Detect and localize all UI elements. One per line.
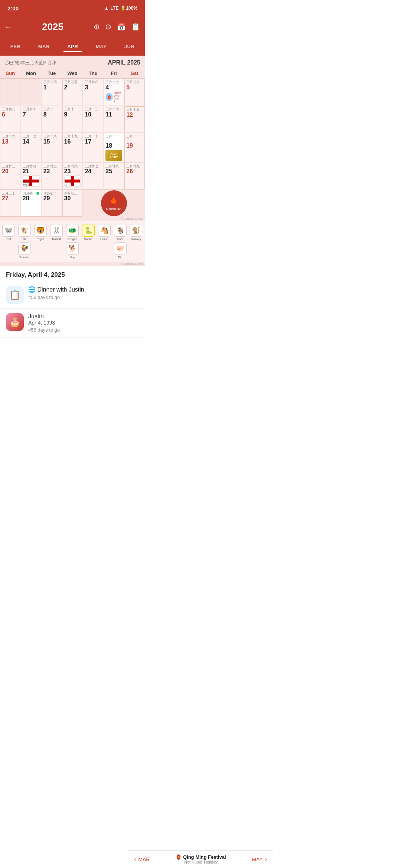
good-friday-badge: GoodFriday bbox=[105, 150, 122, 161]
calendar-day-8[interactable]: 三月十一 8 bbox=[42, 106, 62, 132]
zoom-out-icon[interactable]: ⊖ bbox=[105, 22, 111, 31]
calendar-day-2[interactable]: 三月初五 2 bbox=[62, 79, 83, 105]
event-dinner-info: 🌐 Dinner with Justin 456 days to go bbox=[28, 286, 139, 300]
calendar-day-16[interactable]: 三月十九 16 bbox=[62, 133, 83, 162]
calendar-day-9[interactable]: 三月十二 9 bbox=[62, 106, 83, 132]
month-tabs: FEB MAR APR MAY JUN bbox=[0, 37, 145, 56]
event-dinner-title: 🌐 Dinner with Justin bbox=[28, 286, 139, 293]
event-dinner-days: 456 days to go bbox=[28, 295, 139, 300]
zodiac-ox[interactable]: 🐮 Ox bbox=[17, 224, 32, 241]
event-birthday-icon: 🎂 bbox=[6, 313, 24, 331]
year-title: 2025 bbox=[42, 21, 63, 33]
event-birthday-days: 456 days to go bbox=[28, 327, 139, 333]
calendar-day-3[interactable]: 三月初六 3 bbox=[83, 79, 103, 105]
st-george-badge-21: StGeorge'sDay (Pr... bbox=[23, 175, 39, 187]
calendar-day-21[interactable]: 三月廿四 21 StGeorge'sDay (Pr... bbox=[21, 163, 41, 190]
event-birthday-title: Justin bbox=[28, 313, 139, 320]
tab-jun[interactable]: JUN bbox=[121, 41, 138, 52]
day-header-fri: Fri bbox=[104, 68, 124, 78]
zodiac-watermark: © Calendar2U.com bbox=[0, 262, 145, 266]
calendar-day-10[interactable]: 三月十三 10 bbox=[83, 106, 103, 132]
zodiac-rabbit[interactable]: 🐰 Rabbit bbox=[49, 224, 63, 241]
calendar-day-15[interactable]: 三月十八 15 bbox=[42, 133, 62, 162]
zodiac-tiger[interactable]: 🐯 Tiger bbox=[33, 224, 48, 241]
tab-may[interactable]: MAY bbox=[92, 41, 110, 52]
events-section: Friday, April 4, 2025 📋 🌐 Dinner with Ju… bbox=[0, 266, 145, 338]
day-header-wed: Wed bbox=[62, 68, 83, 78]
calendar-day-29[interactable]: 四月初二 29 bbox=[42, 190, 62, 217]
calendar-day-19[interactable]: 三月二十二 19 bbox=[124, 133, 145, 162]
calendar-day-23[interactable]: 三月廿六 23 StGeorge'sD... bbox=[62, 163, 83, 190]
tab-feb[interactable]: FEB bbox=[7, 41, 25, 52]
zodiac-rooster[interactable]: 🐓 Rooster bbox=[17, 242, 32, 259]
calendar-day-1[interactable]: 三月初四 1 bbox=[42, 79, 62, 105]
event-dinner-icon: 📋 bbox=[6, 286, 24, 304]
canada-label: CANADA bbox=[106, 207, 122, 211]
empty-cell bbox=[21, 79, 41, 105]
calendar-day-24[interactable]: 三月廿七 24 bbox=[83, 163, 103, 190]
day-header-sat: Sat bbox=[124, 68, 145, 78]
calendar-day-20[interactable]: 三月廿三 20 bbox=[0, 163, 20, 190]
wifi-icon: ▲ bbox=[104, 6, 109, 11]
app-header: ← 2025 ⊕ ⊖ 📅 📋 bbox=[0, 16, 145, 37]
canada-badge: 🍁 CANADA bbox=[101, 190, 127, 216]
signal-icon: LTE bbox=[111, 6, 119, 11]
zodiac-monkey[interactable]: 🐒 Monkey bbox=[129, 224, 143, 241]
tab-mar[interactable]: MAR bbox=[35, 41, 53, 52]
calendar-day-30[interactable]: 四月初三 30 bbox=[62, 190, 83, 217]
calendar-day-13[interactable]: 三月十六 13 bbox=[0, 133, 20, 162]
canada-badge-cell: 🍁 CANADA bbox=[83, 190, 145, 217]
calendar-day-4[interactable]: 三月初七 4 🏮 清明节QingMing F... bbox=[104, 79, 124, 105]
tab-apr[interactable]: APR bbox=[63, 41, 82, 52]
calendar-day-17[interactable]: 三月二十 17 bbox=[83, 133, 103, 162]
calendar-day-25[interactable]: 三月廿八 25 bbox=[104, 163, 124, 190]
status-bar: 2:00 ▲ LTE 🔋100% bbox=[0, 0, 145, 16]
zodiac-snake[interactable]: 🐍 Snake bbox=[81, 224, 95, 241]
status-icons: ▲ LTE 🔋100% bbox=[104, 6, 137, 11]
zodiac-dragon[interactable]: 🐲 Dragon bbox=[65, 224, 79, 241]
back-button[interactable]: ← bbox=[4, 23, 12, 31]
day-header-mon: Mon bbox=[21, 68, 42, 78]
calendar-day-26[interactable]: 三月廿九 26 bbox=[124, 163, 145, 190]
event-dinner[interactable]: 📋 🌐 Dinner with Justin 456 days to go bbox=[0, 282, 145, 309]
calendar-day-14[interactable]: 三月十七 14 bbox=[21, 133, 41, 162]
battery-icon: 🔋100% bbox=[120, 6, 137, 11]
calendar-day-12[interactable]: 三月十五 12 bbox=[124, 106, 145, 132]
calendar-view-icon[interactable]: 📅 bbox=[117, 22, 126, 31]
today-dot bbox=[36, 192, 39, 195]
calendar-day-6[interactable]: 三月初九 6 bbox=[0, 106, 20, 132]
calendar-section: 乙巳(蛇)年三月大至四月小 APRIL 2025 Sun Mon Tue Wed… bbox=[0, 56, 145, 266]
calendar-day-22[interactable]: 三月廿五 22 bbox=[42, 163, 62, 190]
st-george-badge-23: StGeorge'sD... bbox=[64, 175, 81, 187]
calendar-header: 乙巳(蛇)年三月大至四月小 APRIL 2025 bbox=[0, 56, 145, 68]
zodiac-row: 🐭 Rat 🐮 Ox 🐯 Tiger 🐰 Rabbit 🐲 Dragon 🐍 S… bbox=[0, 221, 145, 262]
empty-cell bbox=[0, 79, 20, 105]
zodiac-goat[interactable]: 🐐 Goat bbox=[113, 224, 127, 241]
event-birthday-info: Justin Apr 4, 1993 456 days to go bbox=[28, 313, 139, 333]
notes-icon[interactable]: 📋 bbox=[131, 22, 140, 31]
day-header-thu: Thu bbox=[83, 68, 104, 78]
status-time: 2:00 bbox=[7, 5, 19, 11]
watermark: © Calendar2U.com bbox=[0, 217, 145, 221]
calendar-day-7[interactable]: 三月初十 7 bbox=[21, 106, 41, 132]
calendar-day-11[interactable]: 三月十四 11 bbox=[104, 106, 124, 132]
day-header-sun: Sun bbox=[0, 68, 21, 78]
day-headers: Sun Mon Tue Wed Thu Fri Sat bbox=[0, 68, 145, 79]
zodiac-rat[interactable]: 🐭 Rat bbox=[1, 224, 16, 241]
calendar-day-5[interactable]: 三月初八 5 bbox=[124, 79, 145, 105]
zodiac-dog[interactable]: 🐕 Dog bbox=[65, 242, 79, 259]
qingming-icon: 🏮 bbox=[105, 93, 113, 101]
calendar-day-27[interactable]: 三月三十 27 bbox=[0, 190, 20, 217]
zodiac-horse[interactable]: 🐴 Horse bbox=[97, 224, 111, 241]
zoom-in-icon[interactable]: ⊕ bbox=[94, 22, 100, 31]
events-date-header: Friday, April 4, 2025 bbox=[0, 266, 145, 282]
event-birthday-subtitle: Apr 4, 1993 bbox=[28, 320, 139, 326]
day-header-tue: Tue bbox=[41, 68, 62, 78]
zodiac-pig[interactable]: 🐖 Pig bbox=[113, 242, 127, 259]
calendar-day-28[interactable]: 四月初一 28 bbox=[21, 190, 41, 217]
calendar-day-18[interactable]: 三月二十一 18 GoodFriday bbox=[104, 133, 124, 162]
event-birthday[interactable]: 🎂 Justin Apr 4, 1993 456 days to go bbox=[0, 309, 145, 338]
chinese-year-label: 乙巳(蛇)年三月大至四月小 bbox=[4, 60, 56, 66]
calendar-month-title: APRIL 2025 bbox=[108, 59, 140, 66]
calendar-grid: 三月初四 1 三月初五 2 三月初六 3 三月初七 4 🏮 清明节QingMin… bbox=[0, 79, 145, 217]
